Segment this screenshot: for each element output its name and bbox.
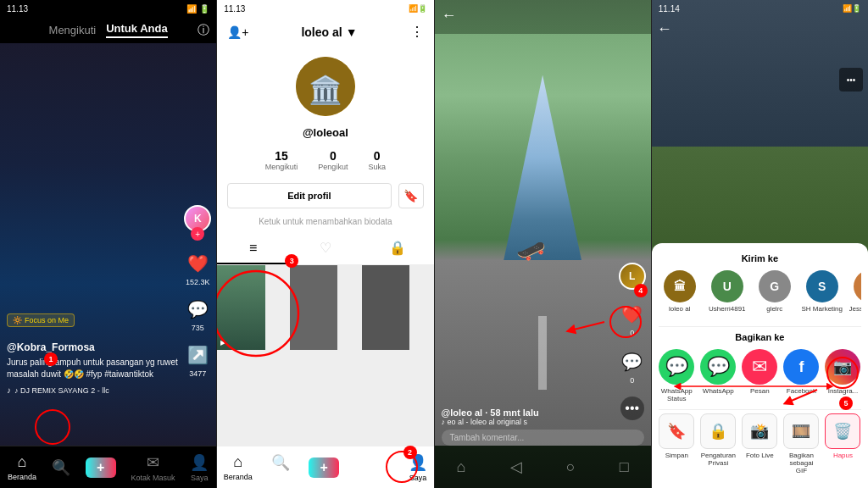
tab-videos[interactable]: ≡ <box>217 233 289 264</box>
comment-button[interactable]: 💬 735 <box>185 297 210 332</box>
p3-comment-button[interactable]: 💬 0 <box>620 349 645 385</box>
video-music: ♪ ♪ DJ REMIX SAYANG 2 - llc <box>7 385 178 395</box>
video-thumb-1[interactable]: ▶ <box>217 265 264 350</box>
p3-video-music: ♪ eo al - loleo al original s <box>442 418 644 426</box>
music-text: ♪ DJ REMIX SAYANG 2 - llc <box>14 386 109 395</box>
video-thumb-2[interactable] <box>290 265 337 350</box>
add-button[interactable]: + <box>86 458 116 478</box>
contact-avatar-3: G <box>759 270 791 302</box>
share-instagram[interactable]: 📷 Instagra... <box>825 349 861 402</box>
contact-avatar-4: S <box>806 270 838 302</box>
three-dots-menu[interactable]: ••• <box>839 68 863 92</box>
discover-icon: 🔍 <box>52 458 70 477</box>
p4-back-button[interactable]: ← <box>657 20 672 37</box>
p2-nav-add[interactable]: + <box>309 458 339 478</box>
share-apps-grid: 💬 WhatsApp Status 💬 WhatsApp ✉ Pesan f <box>659 349 861 402</box>
nav-home[interactable]: ⌂ Beranda <box>8 453 36 481</box>
annotation-num-5: 5 <box>839 396 853 410</box>
bottom-nav-panel2: ⌂ Beranda 🔍 Temukan + ✉ Kotak Masuk 👤 Sa… <box>217 446 433 488</box>
p2-nav-inbox[interactable]: ✉ Kotak Masuk <box>352 453 396 482</box>
status-bar-panel4: 11.14 📶🔋 <box>652 0 868 17</box>
action-fotolive[interactable]: 📸 Foto Live <box>742 413 778 474</box>
share-whatsapp-status[interactable]: 💬 WhatsApp Status <box>659 349 695 402</box>
inbox-label: Kotak Masuk <box>131 474 175 482</box>
contact-jessic[interactable]: J Jessic Ghana <box>849 270 861 313</box>
followers-count: 0 <box>318 149 348 163</box>
fotolive-icon: 📸 <box>742 413 777 449</box>
tab-following[interactable]: Mengikuti <box>49 24 97 36</box>
tab-for-you[interactable]: Untuk Anda <box>106 22 167 38</box>
bio-hint[interactable]: Ketuk untuk menambahkan biodata <box>217 214 433 230</box>
simpan-icon: 🔖 <box>659 413 694 449</box>
gif-icon: 🎞️ <box>783 413 819 449</box>
edit-profile-button[interactable]: Edit profil <box>227 183 391 208</box>
nav-inbox[interactable]: ✉ Kotak Masuk <box>131 453 175 482</box>
facebook-icon: f <box>783 349 819 385</box>
p3-like-button[interactable]: ❤️ 0 <box>620 302 645 337</box>
action-privacy[interactable]: 🔒 Pengaturan Privasi <box>700 413 737 474</box>
p2-nav-home[interactable]: ⌂ Beranda <box>224 453 253 481</box>
like-button[interactable]: ❤️ 152.3K <box>185 251 210 286</box>
more-options-icon[interactable]: ⋮ <box>410 24 424 40</box>
status-bar-panel2: 11.13 📶🔋 <box>217 0 433 17</box>
three-dots-icon: ••• <box>839 68 863 92</box>
avatar-action[interactable]: K + <box>184 205 211 241</box>
back-button[interactable]: ← <box>442 7 457 25</box>
p3-nav-home[interactable]: ⌂ <box>457 458 466 476</box>
contact-name-1: loleo al <box>669 305 690 313</box>
p2-add-button[interactable]: + <box>309 458 339 478</box>
add-friend-icon[interactable]: 👤+ <box>227 25 248 39</box>
like-count: 152.3K <box>186 278 210 286</box>
comment-count: 735 <box>192 324 204 332</box>
p3-video-username: @loleo al · 58 mnt lalu <box>442 408 644 418</box>
info-icon[interactable]: ⓘ <box>198 23 209 38</box>
nav-add[interactable]: + <box>86 458 116 478</box>
action-gif[interactable]: 🎞️ Bagikan sebagai GIF <box>783 413 820 474</box>
profile-title: loleo al ▼ <box>301 25 357 39</box>
nav-profile[interactable]: 👤 Saya <box>190 453 209 482</box>
share-whatsapp[interactable]: 💬 WhatsApp <box>700 349 737 402</box>
contact-usherri[interactable]: U Usherri4891 <box>706 270 748 313</box>
gif-label: Bagikan sebagai GIF <box>783 452 820 474</box>
bookmark-button[interactable]: 🔖 <box>398 183 424 208</box>
action-simpan[interactable]: 🔖 Simpan <box>659 413 695 474</box>
hapus-label: Hapus <box>833 452 853 459</box>
tab-liked[interactable]: ♡ <box>289 233 361 264</box>
contact-loleo-al[interactable]: 🏛 loleo al <box>659 270 701 313</box>
contact-sh-marketing[interactable]: S SH Marketing <box>801 270 843 313</box>
profile-content-tabs: ≡ ♡ 🔒 <box>217 233 433 265</box>
panel-video: 🛹 ← L ❤️ 0 💬 0 ••• @loleo al · 58 mnt la… <box>435 0 652 488</box>
p3-comment-bar[interactable]: Tambah komentar... <box>442 430 644 446</box>
annotation-num-2: 2 <box>403 446 417 459</box>
p2-discover-icon: 🔍 <box>271 453 290 472</box>
whatsapp-status-icon: 💬 <box>659 349 694 385</box>
share-facebook[interactable]: f Facebook <box>783 349 820 402</box>
p3-nav-discover[interactable]: ◁ <box>510 458 522 476</box>
home-icon: ⌂ <box>17 453 26 471</box>
annotation-num-1: 1 <box>44 352 58 366</box>
video-feed-area: 🔆 Focus on Me @Kobra_Formosa Jurus palin… <box>0 43 216 446</box>
share-pesan[interactable]: ✉ Pesan <box>742 349 778 402</box>
video-thumb-3[interactable] <box>362 265 409 350</box>
video-description: Jurus paling ampuh untuk pasangan yg ruw… <box>7 357 178 380</box>
instagram-label: Instagra... <box>828 387 859 395</box>
instagram-icon: 📷 <box>825 349 860 385</box>
tab-private[interactable]: 🔒 <box>361 233 433 264</box>
panel4-top-bar: ← <box>657 20 672 38</box>
pesan-label: Pesan <box>750 387 770 395</box>
p3-nav-circle[interactable]: ○ <box>566 458 576 476</box>
dropdown-icon[interactable]: ▼ <box>346 25 358 39</box>
p3-nav-square[interactable]: □ <box>620 458 629 476</box>
p2-nav-discover[interactable]: 🔍 Temukan <box>265 453 297 482</box>
action-hapus[interactable]: 🗑️ Hapus <box>825 413 861 474</box>
panel3-nav: ⌂ ◁ ○ □ <box>435 446 651 488</box>
thumb-play-icon: ▶ <box>220 339 225 347</box>
annotation-num-4: 4 <box>634 284 648 297</box>
follow-plus[interactable]: + <box>191 227 204 241</box>
contact-glelrc[interactable]: G glelrc <box>754 270 796 313</box>
video-info-overlay: @Kobra_Formosa Jurus paling ampuh untuk … <box>7 341 178 395</box>
nav-discover[interactable]: 🔍 <box>52 458 70 477</box>
share-contacts-row: 🏛 loleo al U Usherri4891 G glelrc S SH M… <box>659 270 861 318</box>
share-button[interactable]: ↗️ 3477 <box>185 342 210 378</box>
stat-followers: 0 Pengikut <box>318 149 348 171</box>
